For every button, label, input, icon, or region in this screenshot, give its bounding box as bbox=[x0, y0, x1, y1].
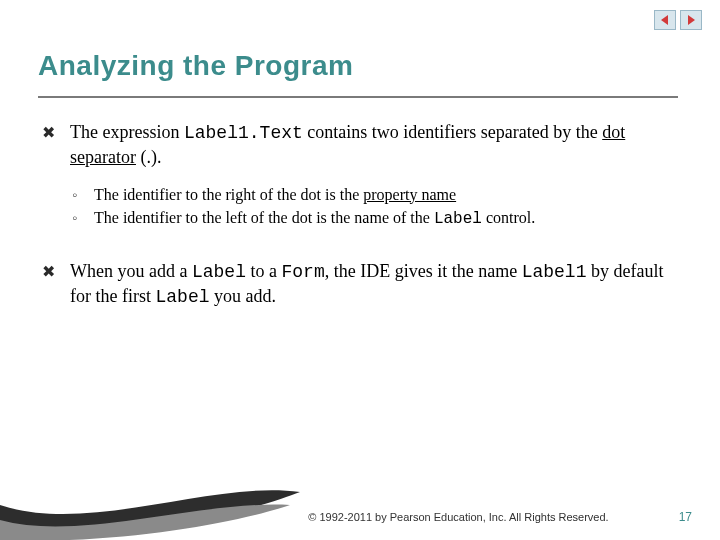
page-number: 17 bbox=[679, 510, 692, 524]
code-fragment: Label bbox=[192, 262, 246, 282]
sub-bullet-marker-icon: ◦ bbox=[72, 184, 94, 205]
sub-bullet-text: The identifier to the right of the dot i… bbox=[94, 184, 456, 206]
text-fragment: to a bbox=[246, 261, 282, 281]
copyright-text: © 1992-2011 by Pearson Education, Inc. A… bbox=[308, 511, 608, 523]
sub-bullet-item: ◦ The identifier to the left of the dot … bbox=[72, 207, 678, 231]
triangle-right-icon bbox=[685, 14, 697, 26]
text-fragment: control. bbox=[482, 209, 535, 226]
bullet-text: The expression Label1.Text contains two … bbox=[70, 120, 678, 170]
title-underline bbox=[38, 96, 678, 98]
bullet-text: When you add a Label to a Form, the IDE … bbox=[70, 259, 678, 310]
slide-title: Analyzing the Program bbox=[38, 50, 353, 82]
bullet-marker-icon: ✖ bbox=[42, 120, 70, 144]
code-fragment: Label1 bbox=[522, 262, 587, 282]
sub-bullet-item: ◦ The identifier to the right of the dot… bbox=[72, 184, 678, 206]
content-area: ✖ The expression Label1.Text contains tw… bbox=[42, 120, 678, 315]
bullet-item: ✖ The expression Label1.Text contains tw… bbox=[42, 120, 678, 170]
code-fragment: Form bbox=[281, 262, 324, 282]
text-fragment: you add. bbox=[210, 286, 277, 306]
text-fragment: (.). bbox=[136, 147, 162, 167]
text-fragment: The identifier to the right of the dot i… bbox=[94, 186, 363, 203]
prev-button[interactable] bbox=[654, 10, 676, 30]
sub-list: ◦ The identifier to the right of the dot… bbox=[72, 184, 678, 231]
nav-arrows bbox=[654, 10, 702, 30]
svg-marker-1 bbox=[688, 15, 695, 25]
svg-marker-0 bbox=[661, 15, 668, 25]
term: property name bbox=[363, 186, 456, 203]
text-fragment: , the IDE gives it the name bbox=[325, 261, 522, 281]
sub-bullet-text: The identifier to the left of the dot is… bbox=[94, 207, 535, 231]
sub-bullet-marker-icon: ◦ bbox=[72, 207, 94, 228]
text-fragment: When you add a bbox=[70, 261, 192, 281]
text-fragment: The identifier to the left of the dot is… bbox=[94, 209, 434, 226]
text-fragment: contains two identifiers separated by th… bbox=[303, 122, 602, 142]
next-button[interactable] bbox=[680, 10, 702, 30]
slide: Analyzing the Program ✖ The expression L… bbox=[0, 0, 720, 540]
code-fragment: Label1.Text bbox=[184, 123, 303, 143]
text-fragment: The expression bbox=[70, 122, 184, 142]
code-fragment: Label bbox=[434, 210, 482, 228]
footer: © 1992-2011 by Pearson Education, Inc. A… bbox=[0, 510, 720, 524]
bullet-item: ✖ When you add a Label to a Form, the ID… bbox=[42, 259, 678, 310]
triangle-left-icon bbox=[659, 14, 671, 26]
bullet-marker-icon: ✖ bbox=[42, 259, 70, 283]
decorative-swoosh-icon bbox=[0, 450, 360, 540]
code-fragment: Label bbox=[155, 287, 209, 307]
